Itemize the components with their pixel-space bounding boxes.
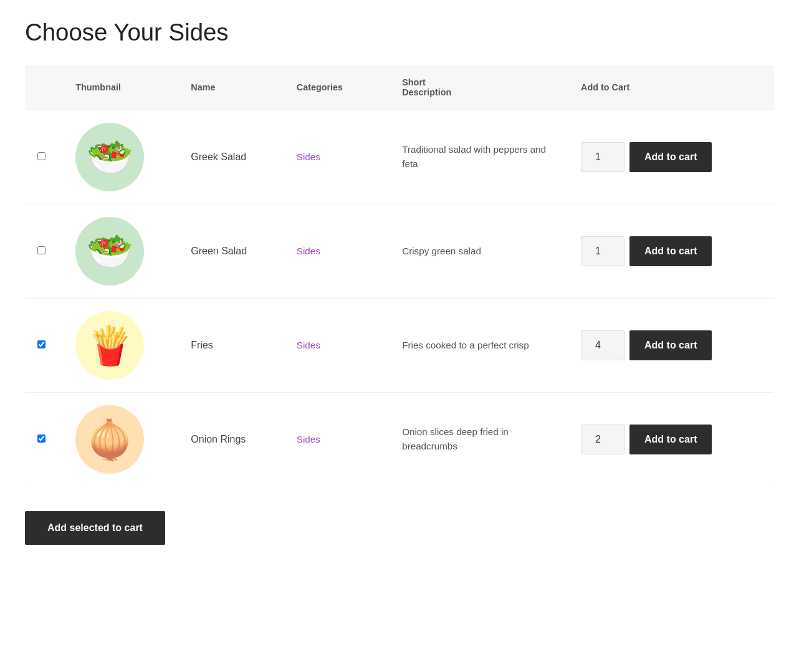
green-salad-image: 🥗 [75, 217, 144, 286]
col-header-thumbnail: Thumbnail [65, 65, 181, 110]
onion-rings-image: 🧅 [75, 405, 144, 474]
table-row: 🥗Green SaladSidesCrispy green saladAdd t… [25, 204, 774, 299]
sides-table: Thumbnail Name Categories ShortDescripti… [25, 65, 774, 486]
page-title: Choose Your Sides [25, 19, 774, 46]
row-4-description: Onion slices deep fried in breadcrumbs [392, 393, 571, 487]
row-3-thumbnail-cell: 🍟 [65, 299, 181, 393]
row-3-quantity-input[interactable] [581, 330, 624, 360]
row-2-add-to-cart-button[interactable]: Add to cart [629, 236, 712, 266]
table-header-row: Thumbnail Name Categories ShortDescripti… [25, 65, 774, 110]
table-row: 🧅Onion RingsSidesOnion slices deep fried… [25, 393, 774, 487]
row-3-name: Fries [181, 299, 286, 393]
col-header-name: Name [181, 65, 286, 110]
row-1-description: Traditional salad with peppers and feta [392, 110, 571, 204]
row-2-name: Green Salad [181, 204, 286, 299]
table-row: 🍟FriesSidesFries cooked to a perfect cri… [25, 299, 774, 393]
row-4-quantity-input[interactable] [581, 425, 624, 454]
table-row: 🥗Greek SaladSidesTraditional salad with … [25, 110, 774, 204]
row-2-thumbnail-cell: 🥗 [65, 204, 181, 299]
col-header-short-description: ShortDescription [392, 65, 571, 110]
row-1-quantity-input[interactable] [581, 142, 624, 172]
row-3-category-link[interactable]: Sides [297, 340, 320, 350]
checkbox-cell [25, 393, 65, 487]
row-2-category[interactable]: Sides [287, 204, 392, 299]
row-2-cart-cell: Add to cart [571, 204, 774, 299]
row-2-category-link[interactable]: Sides [297, 246, 320, 256]
checkbox-cell [25, 110, 65, 204]
greek-salad-image: 🥗 [75, 123, 144, 191]
row-4-category[interactable]: Sides [287, 393, 392, 487]
row-4-cart-controls: Add to cart [581, 425, 764, 454]
add-selected-to-cart-button[interactable]: Add selected to cart [25, 511, 165, 545]
row-4-thumbnail-cell: 🧅 [65, 393, 181, 487]
row-3-cart-cell: Add to cart [571, 299, 774, 393]
row-2-description: Crispy green salad [392, 204, 571, 299]
row-1-add-to-cart-button[interactable]: Add to cart [629, 142, 712, 172]
sides-table-container: Thumbnail Name Categories ShortDescripti… [25, 65, 774, 486]
checkbox-cell [25, 204, 65, 299]
row-2-quantity-input[interactable] [581, 236, 624, 266]
row-2-cart-controls: Add to cart [581, 236, 764, 266]
col-header-checkbox [25, 65, 65, 110]
row-2-checkbox[interactable] [37, 246, 45, 254]
row-1-category-link[interactable]: Sides [297, 151, 320, 162]
row-4-add-to-cart-button[interactable]: Add to cart [629, 425, 712, 454]
row-1-category[interactable]: Sides [287, 110, 392, 204]
row-4-checkbox[interactable] [37, 434, 45, 443]
row-1-name: Greek Salad [181, 110, 286, 204]
row-1-cart-controls: Add to cart [581, 142, 764, 172]
row-4-cart-cell: Add to cart [571, 393, 774, 487]
col-header-add-to-cart: Add to Cart [571, 65, 774, 110]
row-3-checkbox[interactable] [37, 340, 45, 348]
row-1-thumbnail-cell: 🥗 [65, 110, 181, 204]
row-3-category[interactable]: Sides [287, 299, 392, 393]
row-1-cart-cell: Add to cart [571, 110, 774, 204]
row-4-name: Onion Rings [181, 393, 286, 487]
checkbox-cell [25, 299, 65, 393]
fries-image: 🍟 [75, 311, 144, 380]
row-3-description: Fries cooked to a perfect crisp [392, 299, 571, 393]
row-3-add-to-cart-button[interactable]: Add to cart [629, 330, 712, 360]
row-4-category-link[interactable]: Sides [297, 434, 320, 444]
row-1-checkbox[interactable] [37, 152, 45, 160]
row-3-cart-controls: Add to cart [581, 330, 764, 360]
col-header-categories: Categories [287, 65, 392, 110]
